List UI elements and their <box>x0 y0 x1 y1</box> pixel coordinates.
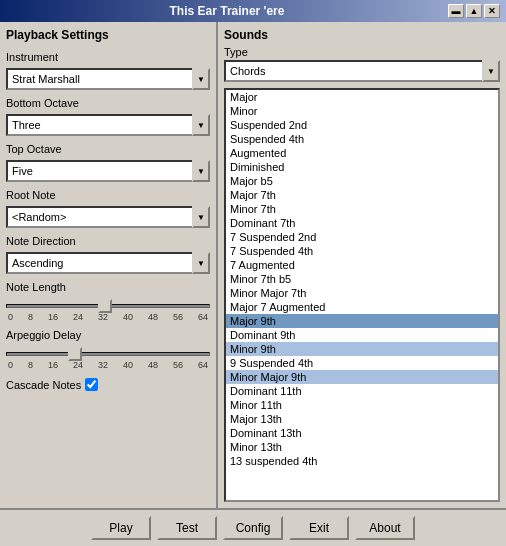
left-panel: Playback Settings Instrument Strat Marsh… <box>0 22 218 508</box>
about-button[interactable]: About <box>355 516 415 540</box>
list-item[interactable]: Augmented <box>226 146 498 160</box>
list-item[interactable]: Minor 7th <box>226 202 498 216</box>
instrument-select-wrapper: Strat Marshall Piano Nylon Guitar Steel … <box>6 68 210 90</box>
list-item[interactable]: Diminished <box>226 160 498 174</box>
top-octave-select-wrapper: Five Four Six Three ▼ <box>6 160 210 182</box>
list-item[interactable]: Minor <box>226 104 498 118</box>
instrument-label: Instrument <box>6 51 210 63</box>
list-item[interactable]: Major 13th <box>226 412 498 426</box>
instrument-select[interactable]: Strat Marshall Piano Nylon Guitar Steel … <box>6 68 210 90</box>
window-title: This Ear Trainer 'ere <box>6 4 448 18</box>
note-length-label: Note Length <box>6 281 210 293</box>
minimize-button[interactable]: ▬ <box>448 4 464 18</box>
arpeggio-delay-slider-track[interactable] <box>6 352 210 356</box>
note-direction-select[interactable]: Ascending Descending Random <box>6 252 210 274</box>
main-container: Playback Settings Instrument Strat Marsh… <box>0 22 506 508</box>
list-item[interactable]: Suspended 2nd <box>226 118 498 132</box>
top-octave-select[interactable]: Five Four Six Three <box>6 160 210 182</box>
list-item[interactable]: Minor Major 7th <box>226 286 498 300</box>
maximize-button[interactable]: ▲ <box>466 4 482 18</box>
list-item[interactable]: Dominant 7th <box>226 216 498 230</box>
type-select[interactable]: Chords Intervals Scales <box>224 60 500 82</box>
bottom-bar: Play Test Config Exit About <box>0 508 506 546</box>
arpeggio-delay-slider-thumb[interactable] <box>68 347 82 361</box>
list-item[interactable]: Minor 11th <box>226 398 498 412</box>
sounds-title: Sounds <box>224 28 500 42</box>
list-item[interactable]: 13 suspended 4th <box>226 454 498 468</box>
right-panel: Sounds Type Chords Intervals Scales ▼ Ma… <box>218 22 506 508</box>
cascade-notes-checkbox[interactable] <box>85 378 98 391</box>
note-direction-label: Note Direction <box>6 235 210 247</box>
chord-list[interactable]: MajorMinorSuspended 2ndSuspended 4thAugm… <box>224 88 500 502</box>
type-select-wrapper: Chords Intervals Scales ▼ <box>224 60 500 82</box>
list-item[interactable]: Minor 7th b5 <box>226 272 498 286</box>
list-item[interactable]: Major b5 <box>226 174 498 188</box>
window-controls: ▬ ▲ ✕ <box>448 4 500 18</box>
cascade-notes-label: Cascade Notes <box>6 379 81 391</box>
playback-settings-title: Playback Settings <box>6 28 210 42</box>
note-length-slider-marks: 0 8 16 24 32 40 48 56 64 <box>6 312 210 322</box>
note-length-slider-container: 0 8 16 24 32 40 48 56 64 <box>6 300 210 322</box>
top-octave-label: Top Octave <box>6 143 210 155</box>
list-item[interactable]: Minor 13th <box>226 440 498 454</box>
title-bar: This Ear Trainer 'ere ▬ ▲ ✕ <box>0 0 506 22</box>
bottom-octave-label: Bottom Octave <box>6 97 210 109</box>
root-note-label: Root Note <box>6 189 210 201</box>
type-label: Type <box>224 46 500 58</box>
cascade-notes-row: Cascade Notes <box>6 378 210 391</box>
list-item[interactable]: Major 7th <box>226 188 498 202</box>
note-length-slider-thumb[interactable] <box>98 299 112 313</box>
list-item[interactable]: 7 Suspended 4th <box>226 244 498 258</box>
list-item[interactable]: 7 Augmented <box>226 258 498 272</box>
config-button[interactable]: Config <box>223 516 283 540</box>
list-item[interactable]: Major <box>226 90 498 104</box>
list-item[interactable]: 9 Suspended 4th <box>226 356 498 370</box>
list-item[interactable]: Minor 9th <box>226 342 498 356</box>
arpeggio-delay-slider-marks: 0 8 16 24 32 40 48 56 64 <box>6 360 210 370</box>
test-button[interactable]: Test <box>157 516 217 540</box>
list-item[interactable]: Minor Major 9th <box>226 370 498 384</box>
exit-button[interactable]: Exit <box>289 516 349 540</box>
bottom-octave-select[interactable]: Three Two One Four <box>6 114 210 136</box>
root-note-select[interactable]: <Random> CDE FGAB <box>6 206 210 228</box>
list-item[interactable]: Suspended 4th <box>226 132 498 146</box>
list-item[interactable]: Dominant 11th <box>226 384 498 398</box>
list-item[interactable]: Dominant 13th <box>226 426 498 440</box>
list-item[interactable]: Dominant 9th <box>226 328 498 342</box>
list-item[interactable]: Major 7 Augmented <box>226 300 498 314</box>
arpeggio-delay-slider-container: 0 8 16 24 32 40 48 56 64 <box>6 348 210 370</box>
note-direction-select-wrapper: Ascending Descending Random ▼ <box>6 252 210 274</box>
list-item[interactable]: 7 Suspended 2nd <box>226 230 498 244</box>
note-length-slider-track[interactable] <box>6 304 210 308</box>
list-item[interactable]: Major 9th <box>226 314 498 328</box>
play-button[interactable]: Play <box>91 516 151 540</box>
bottom-octave-select-wrapper: Three Two One Four ▼ <box>6 114 210 136</box>
close-button[interactable]: ✕ <box>484 4 500 18</box>
arpeggio-delay-label: Arpeggio Delay <box>6 329 210 341</box>
root-note-select-wrapper: <Random> CDE FGAB ▼ <box>6 206 210 228</box>
